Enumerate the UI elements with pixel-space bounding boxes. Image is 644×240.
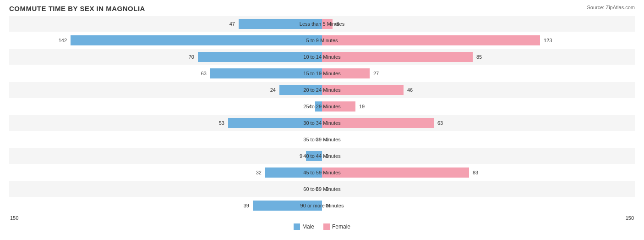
chart-row: 24 20 to 24 Minutes 46 — [9, 82, 635, 98]
female-bar — [322, 85, 404, 95]
male-value: 0 — [316, 137, 318, 142]
left-side: 24 — [9, 82, 322, 98]
female-value: 0 — [326, 137, 328, 142]
chart-row: 47 Less than 5 Minutes 6 — [9, 16, 635, 32]
right-side: 0 — [322, 148, 635, 164]
left-side: 70 — [9, 49, 322, 65]
female-value: 0 — [326, 186, 328, 192]
female-value: 83 — [473, 170, 478, 175]
left-side: 47 — [9, 16, 322, 32]
legend-male-label: Male — [302, 223, 314, 230]
legend-female-label: Female — [332, 223, 350, 230]
female-bar — [322, 101, 355, 112]
right-side: 63 — [322, 115, 635, 131]
male-bar — [279, 85, 322, 95]
male-value: 4 — [309, 104, 311, 109]
chart-row: 0 35 to 39 Minutes 0 — [9, 132, 635, 147]
female-value: 85 — [476, 54, 482, 60]
chart-container: COMMUTE TIME BY SEX IN MAGNOLIA Source: … — [0, 0, 644, 240]
axis-left: 150 — [10, 215, 18, 221]
female-value: 46 — [407, 87, 413, 93]
left-side: 142 — [9, 33, 322, 48]
male-bar — [306, 151, 322, 161]
right-side: 27 — [322, 66, 635, 81]
male-value: 0 — [316, 186, 318, 192]
female-value: 123 — [544, 38, 552, 43]
left-side: 0 — [9, 181, 322, 197]
source-text: Source: ZipAtlas.com — [587, 5, 635, 10]
female-value: 19 — [359, 104, 365, 109]
left-side: 39 — [9, 198, 322, 213]
bars-area: 47 Less than 5 Minutes 6 142 5 to 9 Minu… — [9, 16, 635, 213]
female-value: 0 — [326, 153, 328, 159]
right-side: 0 — [322, 132, 635, 147]
right-side: 46 — [322, 82, 635, 98]
left-side: 63 — [9, 66, 322, 81]
female-bar — [322, 52, 473, 62]
left-side: 4 — [9, 99, 322, 114]
legend-female-box — [323, 223, 330, 230]
male-value: 70 — [189, 54, 194, 60]
female-bar — [322, 19, 333, 29]
chart-row: 4 25 to 29 Minutes 19 — [9, 99, 635, 114]
chart-row: 63 15 to 19 Minutes 27 — [9, 66, 635, 81]
right-side: 19 — [322, 99, 635, 114]
male-bar — [253, 201, 322, 211]
right-side: 123 — [322, 33, 635, 48]
legend-male: Male — [294, 223, 314, 230]
male-value: 47 — [229, 21, 235, 27]
male-value: 9 — [300, 153, 302, 159]
female-value: 63 — [437, 120, 443, 126]
male-bar — [315, 101, 322, 112]
male-bar — [239, 19, 322, 29]
left-side: 0 — [9, 132, 322, 147]
left-side: 53 — [9, 115, 322, 131]
male-value: 24 — [270, 87, 276, 93]
right-side: 6 — [322, 16, 635, 32]
legend-male-box — [294, 223, 300, 230]
legend: Male Female — [9, 223, 635, 230]
female-value: 0 — [326, 203, 328, 208]
chart-row: 32 45 to 59 Minutes 83 — [9, 165, 635, 180]
left-side: 9 — [9, 148, 322, 164]
chart-row: 39 90 or more Minutes 0 — [9, 198, 635, 213]
chart-row: 53 30 to 34 Minutes 63 — [9, 115, 635, 131]
female-value: 6 — [336, 21, 339, 27]
axis-row: 150 150 — [9, 215, 635, 221]
chart-row: 0 60 to 89 Minutes 0 — [9, 181, 635, 197]
female-bar — [322, 35, 540, 45]
right-side: 0 — [322, 198, 635, 213]
male-value: 53 — [219, 120, 224, 126]
right-side: 0 — [322, 181, 635, 197]
female-bar — [322, 118, 434, 128]
chart-row: 142 5 to 9 Minutes 123 — [9, 33, 635, 48]
male-value: 39 — [244, 203, 249, 208]
legend-female: Female — [323, 223, 350, 230]
male-bar — [71, 35, 322, 45]
male-value: 63 — [201, 71, 207, 76]
axis-right: 150 — [626, 215, 634, 221]
male-bar — [265, 167, 322, 178]
male-value: 142 — [59, 38, 67, 43]
left-side: 32 — [9, 165, 322, 180]
male-bar — [210, 68, 322, 78]
right-side: 85 — [322, 49, 635, 65]
male-bar — [198, 52, 322, 62]
chart-row: 9 40 to 44 Minutes 0 — [9, 148, 635, 164]
chart-row: 70 10 to 14 Minutes 85 — [9, 49, 635, 65]
female-bar — [322, 167, 469, 178]
chart-title: COMMUTE TIME BY SEX IN MAGNOLIA — [9, 5, 635, 12]
male-bar — [228, 118, 322, 128]
female-bar — [322, 68, 370, 78]
right-side: 83 — [322, 165, 635, 180]
female-value: 27 — [373, 71, 379, 76]
male-value: 32 — [256, 170, 262, 175]
